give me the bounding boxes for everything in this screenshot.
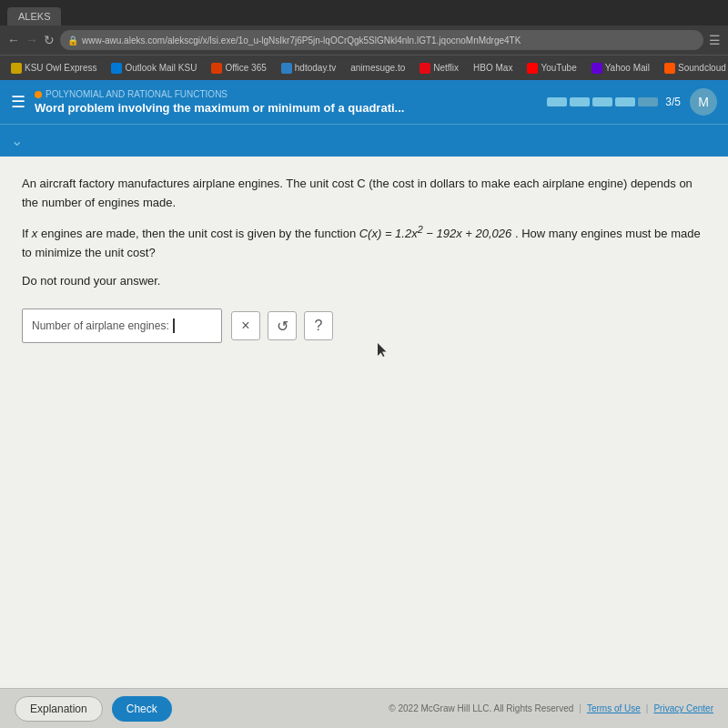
empty-work-area — [22, 343, 706, 598]
url-text: www-awu.aleks.com/alekscgi/x/lsi.exe/1o_… — [82, 35, 521, 46]
aleks-subtitle: POLYNOMIAL AND RATIONAL FUNCTIONS — [35, 89, 538, 99]
url-bar[interactable]: 🔒 www-awu.aleks.com/alekscgi/x/lsi.exe/1… — [60, 30, 703, 50]
bookmark-office[interactable]: Office 365 — [206, 61, 271, 76]
active-tab[interactable]: ALEKS — [7, 7, 61, 25]
problem-sentence1: An aircraft factory manufactures airplan… — [22, 175, 706, 213]
explanation-button[interactable]: Explanation — [15, 696, 103, 722]
bookmark-outlook[interactable]: Outlook Mail KSU — [106, 61, 202, 76]
extensions-icon[interactable]: ☰ — [709, 33, 721, 47]
bookmark-icon-ksu — [11, 63, 22, 74]
bookmark-label-yahoomail: Yahoo Mail — [605, 63, 650, 73]
bookmark-label-hdtoday: hdtoday.tv — [295, 63, 336, 73]
bookmark-icon-netflix — [420, 63, 430, 74]
bookmark-label-ksu: KSU Owl Express — [25, 63, 96, 73]
superscript-2: 2 — [418, 224, 423, 235]
chevron-down-icon: ⌄ — [11, 133, 23, 148]
progress-seg-2 — [570, 97, 590, 106]
close-button[interactable]: × — [231, 311, 260, 340]
refresh-icon[interactable]: ↻ — [44, 33, 55, 47]
mouse-cursor — [378, 343, 385, 350]
browser-chrome: ALEKS ← → ↻ 🔒 www-awu.aleks.com/alekscgi… — [0, 0, 728, 55]
bookmark-icon-office — [211, 63, 222, 74]
answer-label: Number of airplane engines: — [32, 319, 169, 332]
progress-bars — [547, 97, 658, 106]
terms-link[interactable]: Terms of Use — [587, 703, 641, 713]
bookmark-youtube[interactable]: YouTube — [521, 61, 581, 76]
undo-button[interactable]: ↺ — [268, 311, 297, 340]
problem-area: An aircraft factory manufactures airplan… — [0, 157, 728, 688]
bookmark-icon-yahoomail — [592, 63, 602, 74]
check-button[interactable]: Check — [112, 696, 172, 722]
answer-area: Number of airplane engines: × ↺ ? — [22, 308, 706, 343]
footer-divider2: | — [646, 703, 649, 713]
bookmark-yahoomail[interactable]: Yahoo Mail — [586, 61, 655, 76]
bookmarks-bar: KSU Owl Express Outlook Mail KSU Office … — [0, 55, 728, 80]
bookmark-label-soundcloud: Soundcloud — [678, 63, 726, 73]
action-buttons: × ↺ ? — [231, 311, 333, 340]
progress-count: 3/5 — [665, 96, 681, 108]
browser-tabs: ALEKS — [0, 0, 728, 25]
bookmark-icon-outlook — [111, 63, 122, 74]
tab-label: ALEKS — [18, 11, 50, 22]
problem-line1: An aircraft factory manufactures airplan… — [22, 175, 706, 213]
footer-right: © 2022 McGraw Hill LLC. All Rights Reser… — [389, 703, 713, 713]
help-button[interactable]: ? — [304, 311, 333, 340]
var-x: x — [32, 227, 38, 240]
copyright-text: © 2022 McGraw Hill LLC. All Rights Reser… — [389, 703, 573, 713]
bookmark-animesuge[interactable]: animesuge.to — [345, 61, 410, 75]
footer-bar: Explanation Check © 2022 McGraw Hill LLC… — [0, 688, 728, 728]
cost-function: C(x) = 1.2x2 − 192x + 20,026 — [359, 227, 515, 240]
bookmark-icon-hdtoday — [281, 63, 292, 74]
bookmark-label-animesuge: animesuge.to — [350, 63, 405, 73]
problem-sentence3: Do not round your answer. — [22, 272, 706, 291]
browser-toolbar: ← → ↻ 🔒 www-awu.aleks.com/alekscgi/x/lsi… — [0, 25, 728, 55]
forward-icon[interactable]: → — [25, 33, 38, 47]
progress-seg-3 — [592, 97, 612, 106]
bookmark-hdtoday[interactable]: hdtoday.tv — [276, 61, 341, 76]
progress-area: 3/5 — [547, 96, 681, 108]
bookmark-icon-soundcloud — [664, 63, 675, 74]
bookmark-label-office: Office 365 — [225, 63, 266, 73]
subtitle-dot — [35, 91, 42, 98]
menu-icon[interactable]: ☰ — [11, 92, 25, 112]
privacy-link[interactable]: Privacy Center — [653, 703, 713, 713]
bookmark-label-youtube: YouTube — [541, 63, 576, 73]
main-content: ☰ POLYNOMIAL AND RATIONAL FUNCTIONS Word… — [0, 80, 728, 728]
answer-cursor — [173, 318, 175, 333]
bookmark-label-hbo: HBO Max — [473, 63, 512, 73]
progress-seg-1 — [547, 97, 567, 106]
progress-seg-5 — [638, 97, 658, 106]
bookmark-hbo[interactable]: HBO Max — [468, 61, 518, 75]
lock-icon: 🔒 — [67, 35, 78, 46]
bookmark-label-netflix: Netflix — [433, 63, 459, 73]
bookmark-netflix[interactable]: Netflix — [414, 61, 464, 76]
back-icon[interactable]: ← — [7, 33, 20, 47]
avatar[interactable]: M — [690, 88, 717, 116]
aleks-title-area: POLYNOMIAL AND RATIONAL FUNCTIONS Word p… — [35, 89, 538, 115]
footer-left: Explanation Check — [15, 696, 172, 722]
bookmark-soundcloud[interactable]: Soundcloud — [659, 61, 728, 76]
subtitle-text: POLYNOMIAL AND RATIONAL FUNCTIONS — [46, 89, 228, 99]
dropdown-section[interactable]: ⌄ — [0, 124, 728, 157]
problem-line3: Do not round your answer. — [22, 272, 706, 291]
problem-sentence2: If x engines are made, then the unit cos… — [22, 222, 706, 263]
bookmark-label-outlook: Outlook Mail KSU — [125, 63, 197, 73]
answer-input-wrapper[interactable]: Number of airplane engines: — [22, 308, 222, 343]
bookmark-icon-youtube — [527, 63, 538, 74]
aleks-title: Word problem involving the maximum or mi… — [35, 101, 538, 115]
footer-divider1: | — [579, 703, 581, 713]
aleks-header: ☰ POLYNOMIAL AND RATIONAL FUNCTIONS Word… — [0, 80, 728, 124]
bookmark-ksu[interactable]: KSU Owl Express — [5, 61, 102, 76]
problem-line2: If x engines are made, then the unit cos… — [22, 222, 706, 263]
progress-seg-4 — [615, 97, 635, 106]
